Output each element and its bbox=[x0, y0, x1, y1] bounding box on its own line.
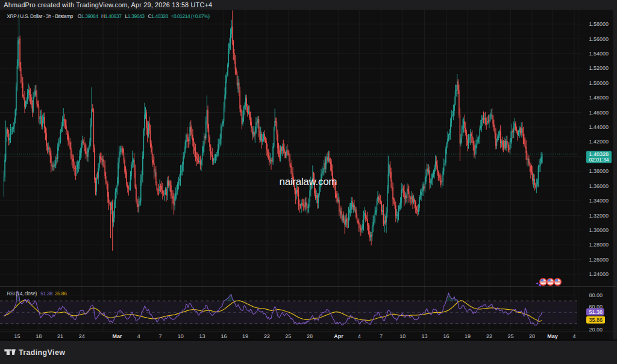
svg-text:22: 22 bbox=[486, 333, 492, 339]
svg-text:1.38000: 1.38000 bbox=[589, 168, 609, 174]
svg-text:25: 25 bbox=[507, 333, 513, 339]
svg-text:1.34000: 1.34000 bbox=[589, 198, 609, 204]
svg-text:1.48000: 1.48000 bbox=[589, 95, 609, 101]
svg-text:7: 7 bbox=[380, 333, 383, 339]
svg-text:7: 7 bbox=[158, 333, 161, 339]
svg-text:1.32000: 1.32000 bbox=[589, 213, 609, 219]
svg-text:O1.39084: O1.39084 bbox=[78, 13, 99, 19]
svg-text:51.38: 51.38 bbox=[589, 309, 603, 315]
svg-text:51.38: 51.38 bbox=[40, 290, 52, 297]
svg-text:28: 28 bbox=[307, 333, 313, 339]
svg-text:22: 22 bbox=[264, 333, 270, 339]
svg-text:nairalaw.com: nairalaw.com bbox=[280, 176, 337, 187]
svg-text:Apr: Apr bbox=[334, 333, 343, 339]
svg-text:1.52000: 1.52000 bbox=[589, 65, 609, 71]
svg-text:TradingView: TradingView bbox=[19, 348, 65, 357]
svg-text:13: 13 bbox=[199, 333, 205, 339]
svg-text:1.46000: 1.46000 bbox=[589, 110, 609, 116]
svg-text:AhmadPro created with TradingV: AhmadPro created with TradingView.com, A… bbox=[4, 1, 212, 8]
svg-text:1.50000: 1.50000 bbox=[589, 80, 609, 86]
svg-text:1.28000: 1.28000 bbox=[589, 242, 609, 248]
svg-text:1.36000: 1.36000 bbox=[589, 183, 609, 189]
svg-text:20.00: 20.00 bbox=[589, 327, 603, 333]
svg-text:35.86: 35.86 bbox=[589, 317, 603, 323]
svg-text:L1.39043: L1.39043 bbox=[125, 13, 145, 19]
svg-text:May: May bbox=[547, 333, 558, 339]
svg-text:1.56000: 1.56000 bbox=[589, 36, 609, 42]
svg-text:35.86: 35.86 bbox=[55, 290, 67, 297]
svg-text:15: 15 bbox=[14, 333, 20, 339]
svg-text:+0.01214 (+0.87%): +0.01214 (+0.87%) bbox=[171, 13, 210, 19]
svg-text:1.24000: 1.24000 bbox=[589, 271, 609, 277]
svg-text:19: 19 bbox=[242, 333, 248, 339]
svg-text:19: 19 bbox=[465, 333, 471, 339]
svg-text:H1.40637: H1.40637 bbox=[101, 13, 122, 19]
svg-text:1.30000: 1.30000 bbox=[589, 227, 609, 233]
svg-text:10: 10 bbox=[178, 333, 184, 339]
svg-text:1.26000: 1.26000 bbox=[589, 257, 609, 263]
svg-text:16: 16 bbox=[443, 333, 449, 339]
svg-text:1.44000: 1.44000 bbox=[589, 124, 609, 130]
svg-text:4: 4 bbox=[358, 333, 361, 339]
svg-text:24: 24 bbox=[79, 333, 85, 339]
svg-text:28: 28 bbox=[529, 333, 535, 339]
svg-text:4: 4 bbox=[572, 333, 575, 339]
svg-text:16: 16 bbox=[221, 333, 227, 339]
svg-text:18: 18 bbox=[36, 333, 42, 339]
svg-text:C1.40328: C1.40328 bbox=[148, 13, 168, 19]
svg-text:1.40328: 1.40328 bbox=[589, 151, 609, 157]
svg-text:10: 10 bbox=[399, 333, 406, 339]
svg-text:Mar: Mar bbox=[113, 333, 123, 339]
svg-text:4: 4 bbox=[137, 333, 140, 339]
svg-text:1.54000: 1.54000 bbox=[589, 51, 609, 57]
svg-text:1.58000: 1.58000 bbox=[589, 21, 609, 27]
svg-text:1.42000: 1.42000 bbox=[589, 139, 609, 145]
svg-text:80.00: 80.00 bbox=[589, 292, 603, 298]
svg-text:21: 21 bbox=[57, 333, 63, 339]
svg-text:13: 13 bbox=[421, 333, 427, 339]
svg-text:RSI (14, close): RSI (14, close) bbox=[7, 290, 37, 297]
svg-text:25: 25 bbox=[285, 333, 291, 339]
svg-text:XRP / U.S. Dollar · 3h · Bitst: XRP / U.S. Dollar · 3h · Bitstamp bbox=[7, 13, 73, 19]
svg-text:02:01:34: 02:01:34 bbox=[589, 157, 609, 163]
